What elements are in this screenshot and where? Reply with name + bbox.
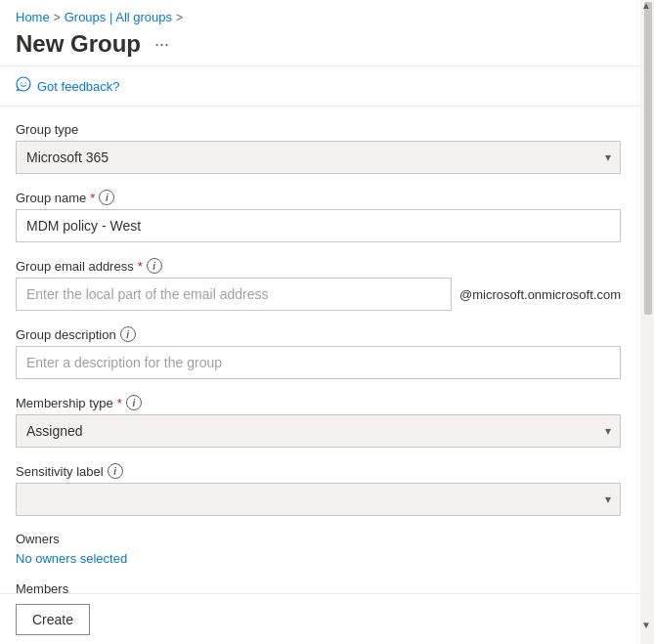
email-input-wrap: [16, 278, 452, 311]
feedback-bar[interactable]: Got feedback?: [0, 66, 640, 106]
group-description-input[interactable]: [16, 346, 621, 379]
email-domain: @microsoft.onmicrosoft.com: [459, 287, 621, 302]
breadcrumb: Home > Groups | All groups >: [0, 0, 640, 28]
scroll-down-arrow[interactable]: ▼: [641, 620, 651, 630]
membership-type-select[interactable]: Assigned Dynamic User Dynamic Device: [16, 414, 621, 448]
group-email-required: *: [138, 259, 143, 274]
membership-type-select-wrapper: Assigned Dynamic User Dynamic Device ▾: [16, 414, 621, 448]
breadcrumb-groups[interactable]: Groups | All groups: [65, 10, 172, 24]
no-owners-link[interactable]: No owners selected: [16, 551, 127, 566]
sensitivity-label-select[interactable]: [16, 483, 621, 516]
sensitivity-label-group: Sensitivity label i ▾: [16, 463, 621, 516]
scroll-up-arrow[interactable]: ▲: [641, 0, 651, 11]
group-name-group: Group name * i: [16, 190, 621, 242]
owners-section: Owners No owners selected: [16, 532, 621, 566]
sensitivity-label-info-icon[interactable]: i: [108, 463, 123, 479]
breadcrumb-sep-2: >: [176, 11, 183, 24]
owners-label: Owners: [16, 532, 621, 546]
group-description-group: Group description i: [16, 326, 621, 379]
svg-point-1: [24, 82, 25, 83]
group-email-group: Group email address * i @microsoft.onmic…: [16, 258, 621, 311]
membership-type-required: *: [117, 396, 122, 410]
scrollbar-thumb[interactable]: [644, 2, 652, 315]
membership-type-info-icon[interactable]: i: [126, 395, 142, 410]
svg-point-0: [21, 82, 22, 83]
create-button[interactable]: Create: [16, 604, 90, 635]
form-container: Group type Microsoft 365 Security Mail-e…: [16, 122, 621, 614]
membership-type-label: Membership type * i: [16, 395, 621, 410]
group-type-select[interactable]: Microsoft 365 Security Mail-enabled secu…: [16, 141, 621, 174]
group-name-required: *: [90, 191, 95, 205]
breadcrumb-home[interactable]: Home: [16, 10, 50, 24]
scrollbar[interactable]: ▼ ▲: [640, 0, 654, 644]
group-description-label: Group description i: [16, 326, 621, 342]
group-email-label: Group email address * i: [16, 258, 621, 274]
page-title: New Group: [16, 30, 141, 58]
footer-bar: Create: [0, 593, 640, 644]
membership-type-group: Membership type * i Assigned Dynamic Use…: [16, 395, 621, 448]
page-header: New Group ···: [0, 28, 640, 65]
group-name-label: Group name * i: [16, 190, 621, 205]
breadcrumb-sep-1: >: [54, 11, 61, 24]
group-name-info-icon[interactable]: i: [99, 190, 114, 205]
group-name-input[interactable]: [16, 209, 621, 242]
sensitivity-label-select-wrapper: ▾: [16, 483, 621, 516]
group-type-select-wrapper: Microsoft 365 Security Mail-enabled secu…: [16, 141, 621, 174]
group-description-info-icon[interactable]: i: [120, 326, 136, 342]
feedback-icon: [16, 76, 31, 96]
email-row: @microsoft.onmicrosoft.com: [16, 278, 621, 311]
sensitivity-label-label: Sensitivity label i: [16, 463, 621, 479]
more-options-icon[interactable]: ···: [149, 32, 175, 57]
main-content: Group type Microsoft 365 Security Mail-e…: [0, 107, 640, 614]
group-type-label: Group type: [16, 122, 621, 137]
group-email-info-icon[interactable]: i: [147, 258, 162, 274]
group-type-group: Group type Microsoft 365 Security Mail-e…: [16, 122, 621, 174]
group-email-input[interactable]: [16, 278, 452, 311]
feedback-label: Got feedback?: [37, 79, 120, 94]
